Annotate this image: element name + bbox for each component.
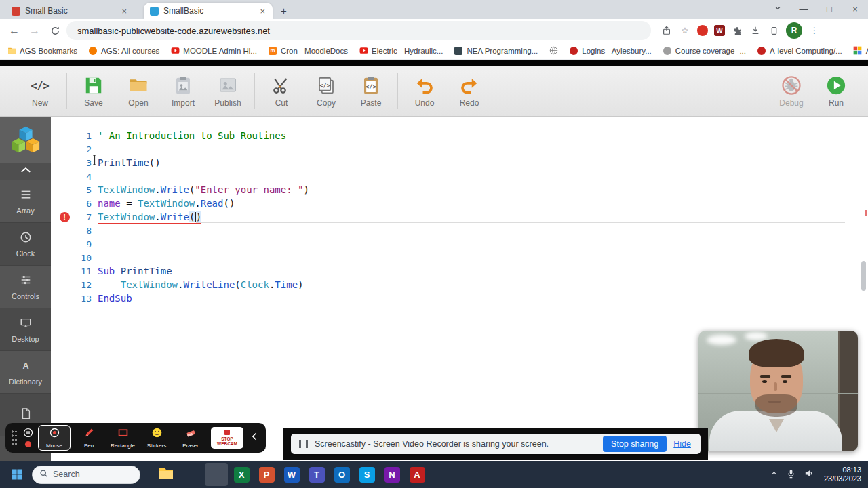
toolbar-save-button[interactable]: Save	[71, 75, 116, 108]
editor-line[interactable]: 5TextWindow.Write("Enter your name: ")	[51, 183, 868, 197]
bookmark-item[interactable]: Arts & Culture Expe...	[853, 46, 868, 56]
bookmark-item[interactable]	[549, 46, 558, 56]
profile-avatar[interactable]: R	[786, 22, 802, 39]
toolbar-run-button[interactable]: Run	[814, 75, 859, 108]
device-icon[interactable]	[768, 24, 780, 37]
tab-close-icon[interactable]: ×	[258, 6, 267, 16]
editor-line[interactable]: !7TextWindow.Write()	[51, 210, 868, 224]
extension-w-icon[interactable]: W	[714, 25, 725, 36]
sidebar-item-desktop[interactable]: Desktop	[0, 308, 51, 351]
bookmark-item[interactable]: Course coverage -...	[663, 46, 746, 56]
editor-line[interactable]: 2	[51, 142, 868, 156]
sidebar-collapse-button[interactable]	[0, 163, 51, 180]
sharing-icon	[299, 440, 308, 448]
toolbar-undo-button[interactable]: Undo	[402, 75, 447, 108]
editor-scrollbar-thumb[interactable]	[861, 261, 866, 291]
webcam-overlay[interactable]	[698, 331, 858, 451]
editor-line[interactable]: 13EndSub	[51, 291, 868, 305]
editor-line[interactable]: 4	[51, 169, 868, 183]
tray-chevron-up-icon[interactable]	[770, 468, 778, 481]
toolbar-redo-button[interactable]: Redo	[447, 75, 492, 108]
extension-puzzle-icon[interactable]	[731, 24, 743, 37]
bookmark-item[interactable]: mCron - MoodleDocs	[268, 46, 348, 56]
tool-stickers[interactable]: Stickers	[141, 426, 172, 450]
extension-adblock-icon[interactable]	[697, 25, 708, 36]
editor-line[interactable]: 10	[51, 251, 868, 264]
back-icon[interactable]: ←	[5, 22, 23, 39]
stop-sharing-button[interactable]: Stop sharing	[603, 436, 667, 452]
taskbar-app-outlook[interactable]: O	[330, 463, 353, 486]
tab-small-basic[interactable]: Small Basic ×	[5, 3, 134, 19]
bookmark-item[interactable]: AGS: All courses	[88, 46, 159, 56]
tab-search-chevron-icon[interactable]	[765, 0, 791, 19]
person-eyebrow	[781, 375, 791, 378]
tool-mouse[interactable]: Mouse	[38, 425, 71, 451]
editor-line[interactable]: 1' An Introduction to Sub Routines	[51, 129, 868, 142]
code-text: PrintTime()	[98, 157, 161, 168]
close-button[interactable]: ×	[842, 0, 868, 19]
menu-kebab-icon[interactable]: ⋮	[808, 24, 821, 37]
toolbar-new-button[interactable]: </>New	[18, 75, 62, 108]
bookmark-item[interactable]: MOODLE Admin Hi...	[170, 46, 257, 56]
bookmark-item[interactable]: A-level Computing/...	[757, 46, 842, 56]
taskbar-clock[interactable]: 08:13 23/03/2023	[824, 466, 861, 483]
start-button[interactable]	[7, 464, 27, 485]
editor-line[interactable]: 12 TextWindow.WriteLine(Clock.Time)	[51, 278, 868, 291]
editor-line[interactable]: 9	[51, 237, 868, 251]
toolbar-copy-button[interactable]: </>Copy	[304, 75, 349, 108]
taskbar-app-file-explorer[interactable]	[155, 463, 178, 486]
toolbar-paste-button[interactable]: </>Paste	[349, 75, 393, 108]
editor-line[interactable]: 6name = TextWindow.Read()	[51, 197, 868, 210]
bookmark-item[interactable]: NEA Programming...	[454, 46, 538, 56]
taskbar-app-onenote[interactable]: N	[380, 463, 403, 486]
toolbar-import-button[interactable]: Import	[161, 75, 205, 108]
hide-link[interactable]: Hide	[673, 439, 691, 449]
editor-line[interactable]: 11Sub PrintTime	[51, 264, 868, 278]
taskbar-app-excel[interactable]: X	[230, 463, 253, 486]
taskbar-search[interactable]: Search	[32, 466, 140, 484]
sidebar-item-clock[interactable]: Clock	[0, 223, 51, 266]
code-token: =	[121, 198, 138, 209]
toolbar-cut-button[interactable]: Cut	[259, 75, 304, 108]
taskbar-app-word[interactable]: W	[280, 463, 303, 486]
microphone-icon[interactable]	[786, 468, 796, 481]
toolbar-open-button[interactable]: Open	[116, 75, 161, 108]
share-icon[interactable]	[660, 24, 673, 37]
toolbar-debug-button[interactable]: Debug	[769, 75, 814, 108]
tool-rectangle[interactable]: Rectangle	[107, 426, 138, 450]
taskbar-app-teams[interactable]: T	[305, 463, 328, 486]
bookmark-item[interactable]: Logins - Aylesbury...	[569, 46, 652, 56]
minimize-button[interactable]: —	[791, 0, 816, 19]
speaker-icon[interactable]	[804, 468, 814, 481]
stop-webcam-button[interactable]: STOP WEBCAM	[211, 427, 243, 449]
code-token: ' An Introduction to Sub Routines	[98, 130, 286, 141]
tool-pen[interactable]: Pen	[73, 426, 104, 450]
reload-icon[interactable]	[46, 22, 64, 39]
collapse-toolbar-icon[interactable]	[250, 431, 260, 445]
tab-favicon	[150, 7, 159, 16]
bookmark-star-icon[interactable]: ☆	[679, 24, 691, 37]
tab-close-icon[interactable]: ×	[120, 6, 128, 16]
toolbar-publish-button[interactable]: Publish	[205, 75, 250, 108]
drag-handle-icon[interactable]	[11, 430, 18, 446]
pause-recording-button[interactable]	[23, 428, 33, 438]
taskbar-app-acrobat[interactable]: A	[406, 463, 429, 486]
maximize-button[interactable]: □	[816, 0, 842, 19]
editor-line[interactable]: 3PrintTime()	[51, 156, 868, 169]
address-bar[interactable]: smallbasic-publicwebsite-code.azurewebsi…	[66, 21, 651, 40]
sidebar-item-controls[interactable]: Controls	[0, 266, 51, 308]
stop-recording-button[interactable]	[24, 440, 33, 449]
editor-line[interactable]: 8	[51, 224, 868, 237]
taskbar-app-edge[interactable]	[180, 463, 203, 486]
bookmark-item[interactable]: Electric - Hydraulic...	[359, 46, 443, 56]
taskbar-app-powerpoint[interactable]: P	[255, 463, 278, 486]
download-icon[interactable]	[749, 24, 762, 37]
bookmark-item[interactable]: AGS Bookmarks	[7, 46, 77, 56]
taskbar-app-skype[interactable]: S	[355, 463, 378, 486]
taskbar-app-chrome[interactable]	[205, 463, 228, 486]
new-tab-button[interactable]: +	[281, 5, 287, 16]
sidebar-item-dictionary[interactable]: ADictionary	[0, 351, 51, 394]
tab-smallbasic-active[interactable]: SmallBasic ×	[144, 3, 273, 19]
sidebar-item-array[interactable]: Array	[0, 180, 51, 223]
tool-eraser[interactable]: Eraser	[175, 426, 206, 450]
